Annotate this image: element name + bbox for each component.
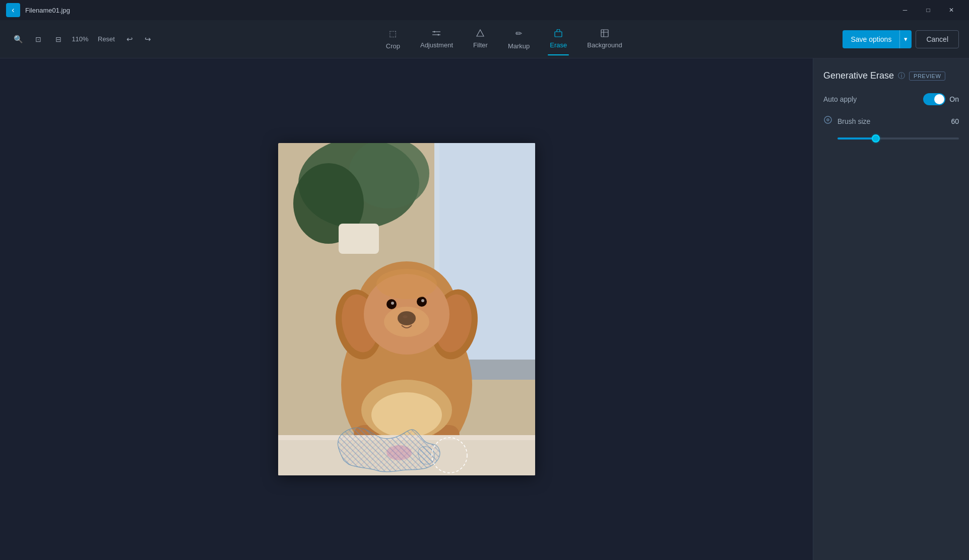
undo-icon: ↩: [126, 35, 133, 44]
tab-markup[interactable]: ✏ Markup: [499, 23, 539, 55]
undo-button[interactable]: ↩: [123, 32, 137, 46]
brush-size-label: Brush size: [837, 117, 947, 125]
main-content: Generative Erase ⓘ PREVIEW Auto apply On: [0, 58, 969, 560]
preview-badge: PREVIEW: [909, 72, 945, 81]
tab-background-label: Background: [587, 41, 622, 49]
cancel-button[interactable]: Cancel: [916, 30, 959, 48]
toolbar-nav-tabs: ⬚ Crop Adjustment Filter: [169, 23, 838, 55]
image-container: [278, 143, 535, 475]
save-options-group: Save options ▾: [843, 30, 912, 48]
crop-icon: ⬚: [389, 29, 397, 38]
markup-icon: ✏: [515, 29, 522, 38]
svg-point-21: [371, 392, 442, 438]
tab-adjustment[interactable]: Adjustment: [411, 23, 462, 55]
toolbar-left: 🔍 ⊡ ⊟ 110% Reset ↩ ↪: [10, 31, 155, 47]
brush-size-row: Brush size 60: [823, 115, 959, 127]
svg-rect-14: [339, 224, 379, 254]
slider-container: [823, 133, 959, 141]
cancel-label: Cancel: [926, 35, 948, 43]
right-panel: Generative Erase ⓘ PREVIEW Auto apply On: [813, 58, 969, 560]
panel-title: Generative Erase: [823, 71, 894, 81]
auto-apply-row: Auto apply On: [823, 93, 959, 105]
brush-cursor-circle: [432, 438, 467, 473]
zoom-fit-button[interactable]: ⊡: [30, 31, 46, 47]
tab-markup-label: Markup: [508, 42, 530, 50]
erase-icon: [554, 29, 562, 37]
svg-point-41: [824, 116, 831, 123]
canvas-area[interactable]: [0, 58, 813, 560]
back-icon: ‹: [12, 6, 14, 15]
tab-filter[interactable]: Filter: [464, 23, 497, 55]
redo-button[interactable]: ↪: [141, 32, 155, 46]
tab-adjustment-label: Adjustment: [420, 41, 453, 49]
svg-rect-5: [555, 32, 562, 37]
titlebar: ‹ Filename01.jpg ─ □ ✕: [0, 0, 969, 20]
svg-point-31: [421, 299, 424, 302]
tab-crop-label: Crop: [386, 42, 400, 50]
svg-point-40: [386, 445, 412, 460]
auto-apply-toggle[interactable]: [923, 93, 945, 105]
tab-erase-label: Erase: [550, 41, 567, 49]
toggle-track: [923, 93, 945, 105]
svg-point-30: [391, 302, 394, 305]
close-icon: ✕: [949, 7, 954, 14]
svg-marker-4: [477, 30, 484, 36]
svg-point-42: [827, 119, 829, 121]
svg-rect-6: [601, 30, 608, 37]
chevron-down-icon: ▾: [904, 35, 908, 43]
save-options-dropdown-button[interactable]: ▾: [899, 30, 912, 48]
tab-crop[interactable]: ⬚ Crop: [377, 23, 409, 55]
panel-header: Generative Erase ⓘ PREVIEW: [823, 71, 959, 81]
adjustment-icon: [432, 29, 440, 37]
svg-point-34: [384, 307, 429, 337]
reset-label: Reset: [98, 35, 115, 43]
toggle-thumb: [934, 94, 944, 104]
zoom-out-button[interactable]: 🔍: [10, 31, 26, 47]
brush-size-icon: [823, 115, 832, 127]
close-button[interactable]: ✕: [940, 2, 963, 18]
minimize-icon: ─: [903, 7, 908, 14]
background-icon: [601, 29, 609, 37]
toggle-on-label: On: [949, 95, 959, 103]
titlebar-left: ‹ Filename01.jpg: [6, 3, 70, 17]
info-icon[interactable]: ⓘ: [898, 72, 905, 81]
tab-background[interactable]: Background: [578, 23, 631, 55]
back-button[interactable]: ‹: [6, 3, 20, 17]
svg-point-35: [376, 269, 437, 299]
auto-apply-label: Auto apply: [823, 95, 857, 103]
redo-icon: ↪: [145, 35, 151, 44]
minimize-button[interactable]: ─: [893, 2, 917, 18]
save-options-button[interactable]: Save options: [843, 30, 899, 48]
zoom-fit-icon: ⊡: [35, 35, 41, 43]
zoom-out-icon: 🔍: [14, 35, 23, 44]
brush-size-slider[interactable]: [837, 137, 959, 139]
zoom-level: 110%: [71, 35, 90, 43]
filter-icon: [476, 29, 484, 37]
maximize-icon: □: [926, 7, 930, 14]
titlebar-controls: ─ □ ✕: [893, 2, 963, 18]
maximize-button[interactable]: □: [917, 2, 940, 18]
reset-button[interactable]: Reset: [94, 33, 119, 45]
toggle-wrapper: On: [923, 93, 959, 105]
brush-size-value: 60: [947, 117, 959, 125]
filename-title: Filename01.jpg: [25, 7, 70, 14]
tab-erase[interactable]: Erase: [541, 23, 576, 55]
save-options-label: Save options: [851, 35, 891, 43]
toolbar-right: Save options ▾ Cancel: [843, 30, 959, 48]
zoom-square-icon: ⊟: [55, 35, 61, 43]
tab-filter-label: Filter: [473, 41, 488, 49]
zoom-square-button[interactable]: ⊟: [50, 31, 67, 47]
photo-canvas: [278, 143, 535, 475]
toolbar: 🔍 ⊡ ⊟ 110% Reset ↩ ↪ ⬚ Crop: [0, 20, 969, 58]
